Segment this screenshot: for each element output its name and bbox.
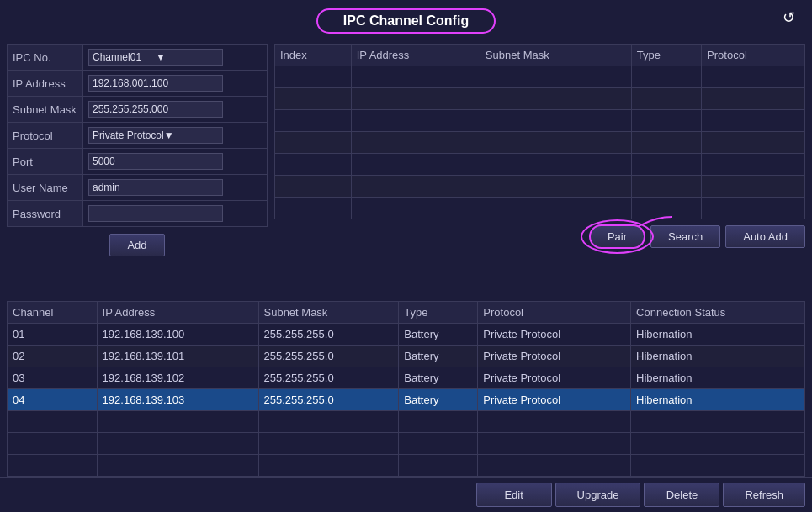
- right-panel: Index IP Address Subnet Mask Type Protoc…: [274, 44, 805, 298]
- add-button[interactable]: Add: [109, 234, 164, 256]
- label-protocol: Protocol: [8, 123, 83, 149]
- bottom-table-row[interactable]: 02192.168.139.101255.255.255.0BatteryPri…: [8, 346, 805, 367]
- subnetmask-input[interactable]: [88, 101, 223, 118]
- password-input[interactable]: [88, 205, 223, 222]
- search-row: [275, 132, 805, 154]
- protocol-select[interactable]: Private Protocol ▼: [88, 127, 223, 144]
- ipaddress-input[interactable]: [88, 75, 223, 92]
- form-row-subnetmask: Subnet Mask: [8, 97, 268, 123]
- form-row-protocol: Protocol Private Protocol ▼: [8, 123, 268, 149]
- back-button[interactable]: ↺: [783, 8, 795, 27]
- auto-add-button[interactable]: Auto Add: [725, 225, 805, 248]
- search-results-table: Index IP Address Subnet Mask Type Protoc…: [274, 44, 805, 219]
- label-password: Password: [8, 201, 83, 227]
- col-ip: IP Address: [351, 45, 480, 66]
- col-protocol: Protocol: [702, 45, 805, 66]
- port-input[interactable]: [88, 153, 223, 170]
- footer: Edit Upgrade Delete Refresh: [0, 477, 812, 512]
- main-container: IPC Channel Config ↺ IPC No. Channel01 ▼: [0, 0, 812, 512]
- config-form: IPC No. Channel01 ▼ IP Address: [7, 44, 268, 227]
- form-row-ipcno: IPC No. Channel01 ▼: [8, 45, 268, 71]
- search-row: [275, 154, 805, 176]
- search-row: [275, 176, 805, 198]
- label-ipaddress: IP Address: [8, 71, 83, 97]
- col-subnet: Subnet Mask: [480, 45, 631, 66]
- form-row-username: User Name: [8, 175, 268, 201]
- search-button[interactable]: Search: [650, 225, 720, 248]
- col-channel: Channel: [8, 302, 98, 324]
- ipcno-select[interactable]: Channel01 ▼: [88, 49, 223, 66]
- col-subnet-bottom: Subnet Mask: [258, 302, 399, 324]
- search-table-header: Index IP Address Subnet Mask Type Protoc…: [275, 45, 805, 66]
- label-port: Port: [8, 149, 83, 175]
- bottom-table-row[interactable]: [8, 411, 805, 433]
- search-row: [275, 198, 805, 219]
- bottom-section: Channel IP Address Subnet Mask Type Prot…: [0, 301, 812, 477]
- form-row-port: Port: [8, 149, 268, 175]
- protocol-arrow-icon: ▼: [164, 129, 219, 141]
- ipcno-value: Channel01: [93, 51, 156, 63]
- content-area: IPC No. Channel01 ▼ IP Address: [0, 40, 812, 301]
- bottom-table-row[interactable]: [8, 455, 805, 477]
- search-row: [275, 110, 805, 132]
- bottom-table-row[interactable]: 01192.168.139.100255.255.255.0BatteryPri…: [8, 324, 805, 346]
- title-wrapper: IPC Channel Config: [316, 8, 496, 34]
- form-row-password: Password: [8, 201, 268, 227]
- username-input[interactable]: [88, 179, 223, 196]
- delete-button[interactable]: Delete: [644, 483, 719, 507]
- col-protocol-bottom: Protocol: [478, 302, 631, 324]
- col-ip-bottom: IP Address: [97, 302, 258, 324]
- form-row-ipaddress: IP Address: [8, 71, 268, 97]
- col-index: Index: [275, 45, 352, 66]
- bottom-table-row[interactable]: 03192.168.139.102255.255.255.0BatteryPri…: [8, 367, 805, 389]
- left-panel: IPC No. Channel01 ▼ IP Address: [7, 44, 268, 298]
- bottom-table-row[interactable]: 04192.168.139.103255.255.255.0BatteryPri…: [8, 389, 805, 411]
- search-row: [275, 66, 805, 88]
- add-button-row: Add: [7, 234, 268, 256]
- bottom-table-header: Channel IP Address Subnet Mask Type Prot…: [8, 302, 805, 324]
- pair-button[interactable]: Pair: [589, 224, 645, 249]
- protocol-value: Private Protocol: [93, 129, 164, 141]
- col-type-bottom: Type: [399, 302, 478, 324]
- upgrade-button[interactable]: Upgrade: [555, 483, 641, 507]
- action-buttons-row: Pair Search Auto Add: [274, 219, 805, 254]
- bottom-table-row[interactable]: [8, 433, 805, 455]
- search-row: [275, 88, 805, 110]
- label-subnetmask: Subnet Mask: [8, 97, 83, 123]
- label-username: User Name: [8, 175, 83, 201]
- pair-button-wrapper: Pair: [589, 224, 645, 249]
- label-ipcno: IPC No.: [8, 45, 83, 71]
- col-type: Type: [631, 45, 701, 66]
- header: IPC Channel Config ↺: [0, 0, 812, 40]
- edit-button[interactable]: Edit: [476, 483, 552, 507]
- bottom-channel-table: Channel IP Address Subnet Mask Type Prot…: [7, 301, 805, 477]
- ipcno-arrow-icon: ▼: [156, 51, 219, 63]
- refresh-button[interactable]: Refresh: [723, 483, 805, 507]
- col-conn-status: Connection Status: [631, 302, 805, 324]
- page-title: IPC Channel Config: [343, 13, 469, 28]
